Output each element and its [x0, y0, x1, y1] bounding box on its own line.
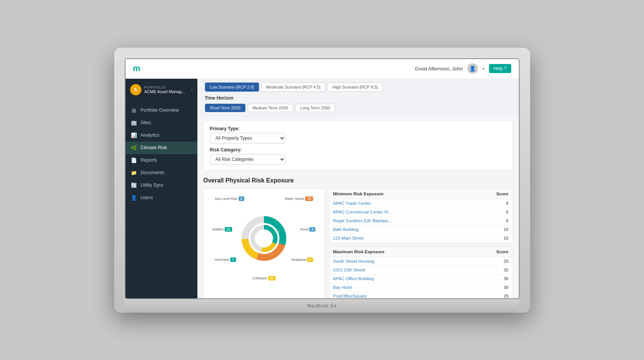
laptop-model-label: MacBook Air [125, 299, 520, 313]
user-avatar[interactable]: 👤 [467, 63, 478, 74]
chevron-down-icon[interactable]: ▾ [483, 67, 484, 71]
topbar: m Good Afternoon, John 👤 ▾ Help ? [126, 59, 519, 79]
scenario-tab-low[interactable]: Low Scenario [RCP 2.6] [205, 83, 259, 92]
sidebar-item-reports[interactable]: 📄 Reports [126, 154, 197, 167]
min-risk-table: Minimum Risk Exposure Score APAC Trade C… [329, 189, 513, 243]
primary-type-filter: Primary Type: All Property Types Office … [210, 126, 506, 143]
table-row: PostOfficeSquare 29 [329, 292, 512, 298]
topbar-right: Good Afternoon, John 👤 ▾ Help ? [415, 63, 511, 74]
min-risk-link-0[interactable]: APAC Trade Center [333, 201, 371, 206]
sidebar: A PORTFOLIO ACME Asset Manag... › ▦ Port… [126, 79, 197, 298]
utility-sync-icon: 🔄 [131, 182, 137, 188]
min-risk-col-name: Minimum Risk Exposure [333, 192, 490, 196]
primary-type-label: Primary Type: [210, 126, 506, 131]
help-button[interactable]: Help ? [489, 64, 511, 73]
min-risk-score-3: 10 [490, 227, 509, 232]
documents-icon: 📁 [131, 170, 137, 176]
min-risk-score-4: 10 [490, 236, 509, 240]
flood-label: Flood 3 [300, 227, 315, 232]
risk-section: Overall Physical Risk Exposure Sea Level… [197, 173, 519, 298]
sidebar-item-climate-risk[interactable]: 🌿 Climate Risk [126, 142, 197, 154]
max-risk-score-1: 32 [490, 268, 509, 272]
time-tab-long[interactable]: Long Term 2050 [295, 104, 335, 112]
sidebar-item-users[interactable]: 👤 Users [126, 192, 197, 204]
greeting-text: Good Afternoon, John [415, 66, 462, 72]
users-icon: 👤 [131, 195, 137, 201]
sidebar-item-label: Climate Risk [141, 145, 167, 150]
scenario-tab-moderate[interactable]: Moderate Scenario [RCP 4.5] [261, 83, 325, 92]
chart-container: Sea Level Rise 3 Water Stress 73 Wildfir… [203, 189, 324, 298]
water-stress-label: Water Stress 73 [285, 196, 313, 201]
sea-level-badge: 3 [239, 196, 244, 201]
table-row: 123 Main Street 10 [329, 234, 512, 242]
app-body: A PORTFOLIO ACME Asset Manag... › ▦ Port… [126, 79, 519, 298]
sidebar-item-analytics[interactable]: 📊 Analytics [126, 129, 197, 142]
max-risk-table: Maximum Risk Exposure Score South Street… [329, 246, 513, 298]
max-risk-score-0: 33 [490, 259, 509, 263]
sidebar-nav: ▦ Portfolio Overview 🏢 Sites 📊 Analytics… [126, 101, 197, 298]
risk-section-title: Overall Physical Risk Exposure [203, 177, 513, 184]
risk-content: Sea Level Rise 3 Water Stress 73 Wildfir… [203, 189, 513, 298]
primary-type-select[interactable]: All Property Types Office Residential Re… [210, 133, 286, 143]
chart-labels-area: Sea Level Rise 3 Water Stress 73 Wildfir… [211, 195, 317, 282]
filters-section: Primary Type: All Property Types Office … [203, 120, 513, 170]
sea-level-label: Sea Level Rise 3 [215, 196, 244, 201]
risk-category-filter: Risk Category: All Risk Categories Physi… [210, 147, 506, 165]
max-risk-link-4[interactable]: PostOfficeSquare [333, 294, 367, 298]
heatwave-label: Heatwave 9 [291, 257, 313, 262]
sidebar-item-label: Users [141, 195, 153, 200]
sidebar-item-label: Utility Sync [141, 182, 164, 188]
min-risk-link-4[interactable]: 123 Main Street [333, 236, 364, 240]
sidebar-item-label: Analytics [141, 132, 160, 138]
coldwave-label: Coldwave 35 [252, 276, 275, 281]
max-risk-link-1[interactable]: 1015 15th Street [333, 268, 365, 272]
sidebar-item-sites[interactable]: 🏢 Sites [126, 117, 197, 129]
min-risk-link-3[interactable]: Bath Building [333, 227, 359, 232]
table-row: Bath Building 10 [329, 225, 512, 234]
scenario-tab-high[interactable]: High Scenario [RCP 8.5] [327, 83, 383, 92]
sidebar-item-portfolio-overview[interactable]: ▦ Portfolio Overview [126, 104, 197, 117]
app-logo: m [133, 64, 141, 73]
wildfire-label: Wildfire 21 [213, 227, 233, 232]
hurricane-badge: 7 [230, 257, 236, 262]
max-risk-link-0[interactable]: South Street Housing [333, 259, 374, 263]
time-tabs: Short Term 2020 Medium Term 2030 Long Te… [205, 104, 511, 112]
sidebar-item-documents[interactable]: 📁 Documents [126, 167, 197, 179]
min-risk-link-2[interactable]: Regal Sundries [UK-Blackpo... [333, 218, 392, 223]
wildfire-badge: 21 [225, 227, 232, 232]
sidebar-item-label: Portfolio Overview [141, 108, 179, 113]
portfolio-overview-icon: ▦ [131, 108, 137, 113]
sidebar-item-utility-sync[interactable]: 🔄 Utility Sync [126, 179, 197, 192]
portfolio-label: PORTFOLIO [144, 86, 188, 89]
min-risk-score-2: 9 [490, 218, 509, 223]
portfolio-avatar: A [130, 84, 141, 95]
max-risk-score-3: 30 [490, 285, 509, 290]
sidebar-item-label: Sites [141, 120, 151, 125]
min-risk-link-1[interactable]: APAC Commercial Center Pr... [333, 210, 392, 214]
min-risk-score-0: 4 [490, 201, 509, 206]
flood-badge: 3 [309, 227, 315, 232]
time-horizon-section: Time Horizon Short Term 2020 Medium Term… [197, 92, 519, 117]
time-tab-short[interactable]: Short Term 2020 [205, 104, 245, 112]
donut-chart [239, 214, 289, 263]
table-row: APAC Commercial Center Pr... 6 [329, 208, 512, 217]
max-risk-score-2: 30 [490, 276, 509, 281]
max-risk-table-header: Maximum Risk Exposure Score [329, 247, 512, 257]
portfolio-section[interactable]: A PORTFOLIO ACME Asset Manag... › [126, 79, 197, 101]
sidebar-item-label: Documents [141, 170, 164, 175]
water-stress-badge: 73 [305, 196, 313, 201]
table-row: 1015 15th Street 32 [329, 266, 512, 274]
max-risk-link-2[interactable]: APAC Office Building [333, 276, 374, 281]
portfolio-chevron-icon[interactable]: › [191, 87, 193, 92]
main-content: Low Scenario [RCP 2.6] Moderate Scenario… [197, 79, 519, 298]
sidebar-item-label: Reports [141, 157, 157, 163]
time-tab-medium[interactable]: Medium Term 2030 [248, 104, 293, 112]
table-row: APAC Office Building 30 [329, 274, 512, 283]
reports-icon: 📄 [131, 157, 137, 163]
scenario-tabs-section: Low Scenario [RCP 2.6] Moderate Scenario… [197, 79, 519, 92]
coldwave-badge: 35 [268, 276, 276, 281]
risk-category-select[interactable]: All Risk Categories Physical Transition … [210, 154, 286, 165]
analytics-icon: 📊 [131, 132, 137, 138]
max-risk-score-4: 29 [490, 294, 509, 298]
max-risk-link-3[interactable]: Bay Hotel [333, 285, 352, 290]
